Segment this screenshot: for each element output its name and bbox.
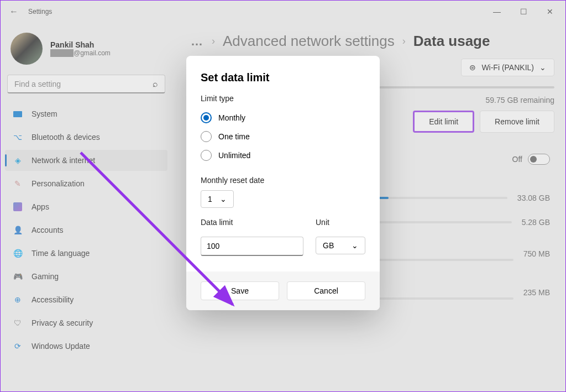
radio-monthly[interactable]: Monthly [201, 108, 365, 127]
chevron-down-icon: ⌄ [352, 241, 358, 250]
save-button[interactable]: Save [201, 281, 279, 300]
unit-label: Unit [316, 218, 365, 227]
data-limit-input[interactable] [201, 237, 303, 256]
reset-date-select[interactable]: 1 ⌄ [201, 190, 234, 208]
modal-title: Set data limit [201, 71, 365, 84]
unit-select[interactable]: GB ⌄ [316, 237, 365, 254]
cancel-button[interactable]: Cancel [287, 281, 365, 300]
data-limit-label: Data limit [201, 218, 303, 227]
chevron-down-icon: ⌄ [220, 195, 227, 203]
modal-backdrop: Set data limit Limit type Monthly One ti… [1, 1, 565, 391]
radio-unlimited[interactable]: Unlimited [201, 146, 365, 165]
radio-icon [201, 112, 212, 123]
reset-date-label: Monthly reset date [201, 176, 365, 185]
radio-icon [201, 150, 212, 161]
set-data-limit-dialog: Set data limit Limit type Monthly One ti… [186, 56, 380, 310]
radio-icon [201, 131, 212, 142]
limit-type-label: Limit type [201, 94, 365, 103]
radio-onetime[interactable]: One time [201, 127, 365, 146]
